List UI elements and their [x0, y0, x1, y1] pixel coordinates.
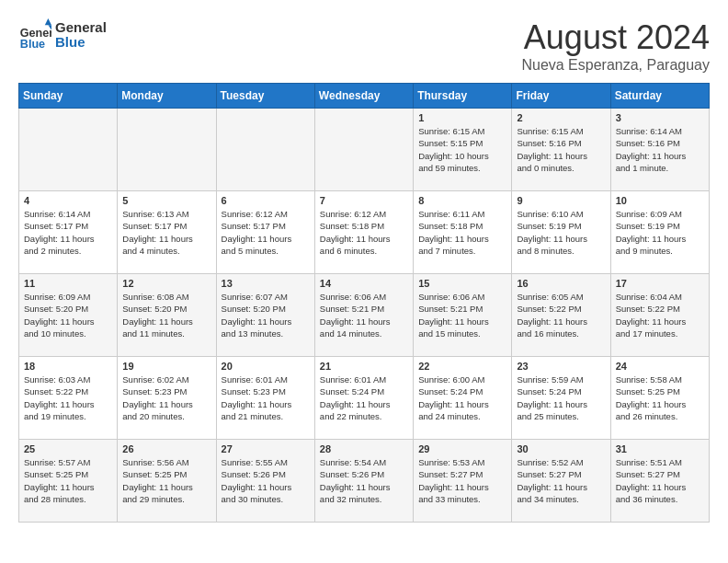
calendar-cell: 14Sunrise: 6:06 AMSunset: 5:21 PMDayligh… [314, 274, 413, 357]
day-number: 2 [517, 112, 605, 123]
calendar-week-row: 11Sunrise: 6:09 AMSunset: 5:20 PMDayligh… [19, 274, 710, 357]
day-info: Sunrise: 6:13 AMSunset: 5:17 PMDaylight:… [122, 208, 210, 257]
day-info: Sunrise: 5:54 AMSunset: 5:26 PMDaylight:… [320, 456, 408, 505]
calendar-cell: 1Sunrise: 6:15 AMSunset: 5:15 PMDaylight… [414, 109, 512, 191]
day-info: Sunrise: 6:09 AMSunset: 5:20 PMDaylight:… [24, 291, 112, 339]
page-header: General Blue General Blue August 2024 Nu… [18, 18, 710, 74]
calendar-cell: 27Sunrise: 5:55 AMSunset: 5:26 PMDayligh… [216, 440, 314, 523]
day-info: Sunrise: 5:59 AMSunset: 5:24 PMDaylight:… [517, 373, 605, 422]
calendar-week-row: 18Sunrise: 6:03 AMSunset: 5:22 PMDayligh… [19, 357, 710, 440]
logo-icon: General Blue [18, 18, 51, 52]
calendar-cell: 15Sunrise: 6:06 AMSunset: 5:21 PMDayligh… [414, 274, 512, 357]
day-number: 5 [122, 195, 210, 206]
calendar-cell: 21Sunrise: 6:01 AMSunset: 5:24 PMDayligh… [314, 357, 413, 440]
calendar-week-row: 25Sunrise: 5:57 AMSunset: 5:25 PMDayligh… [19, 440, 710, 523]
calendar-cell: 22Sunrise: 6:00 AMSunset: 5:24 PMDayligh… [414, 357, 512, 440]
day-number: 6 [222, 195, 310, 206]
calendar-table: SundayMondayTuesdayWednesdayThursdayFrid… [18, 83, 710, 523]
day-number: 12 [122, 278, 210, 289]
day-info: Sunrise: 6:12 AMSunset: 5:18 PMDaylight:… [320, 208, 408, 257]
day-number: 7 [320, 195, 408, 206]
day-info: Sunrise: 6:14 AMSunset: 5:16 PMDaylight:… [616, 125, 704, 174]
day-info: Sunrise: 6:02 AMSunset: 5:23 PMDaylight:… [122, 373, 210, 422]
day-info: Sunrise: 6:12 AMSunset: 5:17 PMDaylight:… [222, 208, 310, 257]
day-info: Sunrise: 5:55 AMSunset: 5:26 PMDaylight:… [222, 456, 310, 505]
day-of-week-header: Wednesday [314, 84, 413, 109]
calendar-cell: 17Sunrise: 6:04 AMSunset: 5:22 PMDayligh… [610, 274, 709, 357]
day-of-week-header: Saturday [610, 84, 709, 109]
day-number: 23 [517, 361, 605, 372]
calendar-cell: 12Sunrise: 6:08 AMSunset: 5:20 PMDayligh… [118, 274, 216, 357]
day-info: Sunrise: 5:51 AMSunset: 5:27 PMDaylight:… [616, 456, 704, 505]
day-number: 28 [320, 443, 408, 454]
day-number: 16 [517, 278, 605, 289]
day-number: 27 [222, 443, 310, 454]
day-of-week-header: Sunday [19, 84, 118, 109]
calendar-cell: 4Sunrise: 6:14 AMSunset: 5:17 PMDaylight… [19, 191, 118, 274]
day-number: 18 [24, 361, 112, 372]
day-number: 30 [517, 443, 605, 454]
calendar-cell: 24Sunrise: 5:58 AMSunset: 5:25 PMDayligh… [610, 357, 709, 440]
day-info: Sunrise: 6:05 AMSunset: 5:22 PMDaylight:… [517, 291, 605, 339]
day-number: 19 [122, 361, 210, 372]
day-info: Sunrise: 5:58 AMSunset: 5:25 PMDaylight:… [616, 373, 704, 422]
day-info: Sunrise: 5:57 AMSunset: 5:25 PMDaylight:… [24, 456, 112, 505]
day-of-week-header: Monday [118, 84, 216, 109]
day-number: 4 [24, 195, 112, 206]
day-number: 31 [616, 443, 704, 454]
calendar-week-row: 4Sunrise: 6:14 AMSunset: 5:17 PMDaylight… [19, 191, 710, 274]
day-number: 22 [418, 361, 506, 372]
day-info: Sunrise: 6:03 AMSunset: 5:22 PMDaylight:… [24, 373, 112, 422]
day-number: 24 [616, 361, 704, 372]
day-number: 25 [24, 443, 112, 454]
day-info: Sunrise: 5:56 AMSunset: 5:25 PMDaylight:… [122, 456, 210, 505]
calendar-cell: 5Sunrise: 6:13 AMSunset: 5:17 PMDaylight… [118, 191, 216, 274]
day-of-week-header: Thursday [414, 84, 512, 109]
logo: General Blue General Blue [18, 18, 107, 52]
calendar-cell: 28Sunrise: 5:54 AMSunset: 5:26 PMDayligh… [314, 440, 413, 523]
day-number: 10 [616, 195, 704, 206]
calendar-cell: 29Sunrise: 5:53 AMSunset: 5:27 PMDayligh… [414, 440, 512, 523]
day-number: 1 [418, 112, 506, 123]
day-info: Sunrise: 6:01 AMSunset: 5:24 PMDaylight:… [320, 373, 408, 422]
calendar-cell: 20Sunrise: 6:01 AMSunset: 5:23 PMDayligh… [216, 357, 314, 440]
day-info: Sunrise: 6:07 AMSunset: 5:20 PMDaylight:… [222, 291, 310, 339]
calendar-cell: 13Sunrise: 6:07 AMSunset: 5:20 PMDayligh… [216, 274, 314, 357]
calendar-header: SundayMondayTuesdayWednesdayThursdayFrid… [19, 84, 710, 109]
day-info: Sunrise: 6:11 AMSunset: 5:18 PMDaylight:… [418, 208, 506, 257]
day-number: 29 [418, 443, 506, 454]
day-number: 8 [418, 195, 506, 206]
day-info: Sunrise: 6:15 AMSunset: 5:16 PMDaylight:… [517, 125, 605, 174]
day-number: 13 [222, 278, 310, 289]
day-number: 20 [222, 361, 310, 372]
day-number: 14 [320, 278, 408, 289]
day-info: Sunrise: 6:15 AMSunset: 5:15 PMDaylight:… [418, 125, 506, 174]
calendar-cell: 2Sunrise: 6:15 AMSunset: 5:16 PMDaylight… [512, 109, 610, 191]
day-of-week-header: Friday [512, 84, 610, 109]
calendar-cell: 9Sunrise: 6:10 AMSunset: 5:19 PMDaylight… [512, 191, 610, 274]
day-info: Sunrise: 6:14 AMSunset: 5:17 PMDaylight:… [24, 208, 112, 257]
day-info: Sunrise: 5:52 AMSunset: 5:27 PMDaylight:… [517, 456, 605, 505]
day-number: 21 [320, 361, 408, 372]
day-number: 26 [122, 443, 210, 454]
calendar-cell [118, 109, 216, 191]
day-info: Sunrise: 6:01 AMSunset: 5:23 PMDaylight:… [222, 373, 310, 422]
day-info: Sunrise: 6:06 AMSunset: 5:21 PMDaylight:… [320, 291, 408, 339]
day-number: 11 [24, 278, 112, 289]
day-number: 17 [616, 278, 704, 289]
day-number: 3 [616, 112, 704, 123]
logo-blue: Blue [55, 35, 107, 51]
logo-general: General [55, 20, 107, 36]
calendar-cell: 10Sunrise: 6:09 AMSunset: 5:19 PMDayligh… [610, 191, 709, 274]
svg-marker-2 [45, 18, 51, 25]
calendar-cell: 7Sunrise: 6:12 AMSunset: 5:18 PMDaylight… [314, 191, 413, 274]
subtitle: Nueva Esperanza, Paraguay [521, 57, 710, 74]
calendar-cell: 8Sunrise: 6:11 AMSunset: 5:18 PMDaylight… [414, 191, 512, 274]
day-info: Sunrise: 5:53 AMSunset: 5:27 PMDaylight:… [418, 456, 506, 505]
calendar-cell [19, 109, 118, 191]
title-area: August 2024 Nueva Esperanza, Paraguay [521, 18, 710, 74]
calendar-cell: 6Sunrise: 6:12 AMSunset: 5:17 PMDaylight… [216, 191, 314, 274]
day-info: Sunrise: 6:10 AMSunset: 5:19 PMDaylight:… [517, 208, 605, 257]
calendar-cell [314, 109, 413, 191]
day-info: Sunrise: 6:09 AMSunset: 5:19 PMDaylight:… [616, 208, 704, 257]
